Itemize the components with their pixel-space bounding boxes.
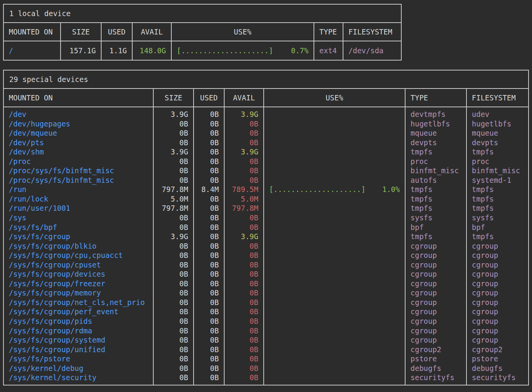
avail-cell: 789.5M (224, 185, 264, 194)
usage-cell (264, 279, 405, 289)
avail-cell: 3.9G (224, 232, 264, 241)
mount-point-cell: /sys/fs/cgroup/devices (3, 269, 153, 279)
table-row: /sys/fs/bpf 0B 0B 0B bpf bpf (3, 223, 529, 232)
special-table-body: /dev 3.9G 0B 3.9G devtmpfs udev /dev/hug… (3, 107, 529, 385)
mount-point-cell: / (3, 41, 61, 60)
mount-point-cell: /sys/fs/cgroup/systemd (3, 335, 153, 345)
size-cell: 0B (153, 317, 194, 326)
filesystem-cell: cgroup2 (466, 345, 529, 354)
table-row: /sys/fs/pstore 0B 0B 0B pstore pstore (3, 354, 529, 364)
filesystem-cell: cgroup (466, 251, 529, 260)
type-cell: tmpfs (405, 203, 466, 213)
used-cell: 0B (194, 232, 224, 241)
table-row: / 157.1G 1.1G 148.0G [..................… (3, 41, 401, 60)
table-row: /dev/mqueue 0B 0B 0B mqueue mqueue (3, 128, 529, 138)
size-cell: 157.1G (61, 41, 101, 60)
type-cell: debugfs (405, 364, 466, 373)
type-cell: securityfs (405, 373, 466, 385)
col-header-filesystem: FILESYSTEM (343, 23, 401, 41)
usage-cell (264, 166, 405, 175)
mount-point-cell: /dev (3, 107, 153, 119)
usage-cell (264, 119, 405, 129)
used-cell: 0B (194, 213, 224, 223)
col-header-size: SIZE (61, 23, 101, 41)
table-row: /run 797.8M 8.4M 789.5M [...............… (3, 185, 529, 194)
usage-cell: [....................] 1.0% (264, 185, 405, 194)
usage-bar-wrap: [....................] 0.7% (177, 46, 309, 55)
size-cell: 0B (153, 241, 194, 251)
col-header-size: SIZE (153, 89, 194, 107)
special-header-row: MOUNTED ON SIZE USED AVAIL USE% TYPE FIL… (3, 89, 529, 107)
mount-point-cell: /sys/fs/cgroup/rdma (3, 326, 153, 336)
size-cell: 0B (153, 251, 194, 260)
size-cell: 0B (153, 138, 194, 148)
table-row: /sys/fs/cgroup/net_cls,net_prio 0B 0B 0B… (3, 298, 529, 307)
mount-point-cell: /sys/kernel/debug (3, 364, 153, 373)
size-cell: 0B (153, 373, 194, 385)
mount-point-cell: /dev/mqueue (3, 128, 153, 138)
filesystem-cell: tmpfs (466, 185, 529, 194)
filesystem-cell: tmpfs (466, 232, 529, 241)
col-header-filesystem: FILESYSTEM (466, 89, 529, 107)
type-cell: tmpfs (405, 232, 466, 241)
usage-cell (264, 251, 405, 260)
avail-cell: 0B (224, 279, 264, 289)
usage-cell (264, 298, 405, 307)
size-cell: 0B (153, 119, 194, 129)
mount-point-cell: /sys (3, 213, 153, 223)
usage-cell (264, 241, 405, 251)
type-cell: cgroup (405, 279, 466, 289)
usage-cell (264, 326, 405, 336)
col-header-type: TYPE (405, 89, 466, 107)
usage-cell (264, 354, 405, 364)
used-cell: 0B (194, 119, 224, 129)
usage-percent: 0.7% (291, 46, 309, 55)
table-row: /sys/fs/cgroup/perf_event 0B 0B 0B cgrou… (3, 307, 529, 317)
special-devices-table: 29 special devices MOUNTED ON SIZE USED … (3, 70, 529, 385)
mount-point-cell: /proc/sys/fs/binfmt_misc (3, 166, 153, 175)
used-cell: 0B (194, 157, 224, 166)
used-cell: 0B (194, 194, 224, 204)
table-row: /run/user/1001 797.8M 0B 797.8M tmpfs tm… (3, 203, 529, 213)
filesystem-cell: hugetlbfs (466, 119, 529, 129)
size-cell: 0B (153, 213, 194, 223)
col-header-avail: AVAIL (132, 23, 171, 41)
table-row: /sys/fs/cgroup 3.9G 0B 3.9G tmpfs tmpfs (3, 232, 529, 241)
usage-bar: [....................] (269, 185, 366, 194)
size-cell: 0B (153, 345, 194, 354)
mount-point-cell: /dev/pts (3, 138, 153, 148)
usage-cell (264, 364, 405, 373)
avail-cell: 0B (224, 288, 264, 298)
type-cell: mqueue (405, 128, 466, 138)
avail-cell: 0B (224, 317, 264, 326)
filesystem-cell: cgroup (466, 269, 529, 279)
filesystem-cell: pstore (466, 354, 529, 364)
type-cell: ext4 (314, 41, 343, 60)
type-cell: autofs (405, 175, 466, 185)
avail-cell: 0B (224, 260, 264, 270)
type-cell: cgroup (405, 326, 466, 336)
mount-point-cell: /sys/fs/cgroup/cpu,cpuacct (3, 251, 153, 260)
size-cell: 0B (153, 260, 194, 270)
type-cell: devpts (405, 138, 466, 148)
used-cell: 0B (194, 223, 224, 232)
type-cell: cgroup (405, 251, 466, 260)
filesystem-cell: devpts (466, 138, 529, 148)
usage-bar: [....................] (177, 46, 273, 55)
usage-cell (264, 373, 405, 385)
avail-cell: 797.8M (224, 203, 264, 213)
filesystem-cell: proc (466, 157, 529, 166)
type-cell: binfmt_misc (405, 166, 466, 175)
size-cell: 0B (153, 288, 194, 298)
avail-cell: 3.9G (224, 147, 264, 157)
filesystem-cell: sysfs (466, 213, 529, 223)
table-row: /proc/sys/fs/binfmt_misc 0B 0B 0B autofs… (3, 175, 529, 185)
filesystem-cell: securityfs (466, 373, 529, 385)
avail-cell: 0B (224, 157, 264, 166)
usage-cell (264, 260, 405, 270)
used-cell: 0B (194, 260, 224, 270)
filesystem-cell: systemd-1 (466, 175, 529, 185)
usage-cell (264, 147, 405, 157)
filesystem-cell: cgroup (466, 260, 529, 270)
used-cell: 0B (194, 335, 224, 345)
